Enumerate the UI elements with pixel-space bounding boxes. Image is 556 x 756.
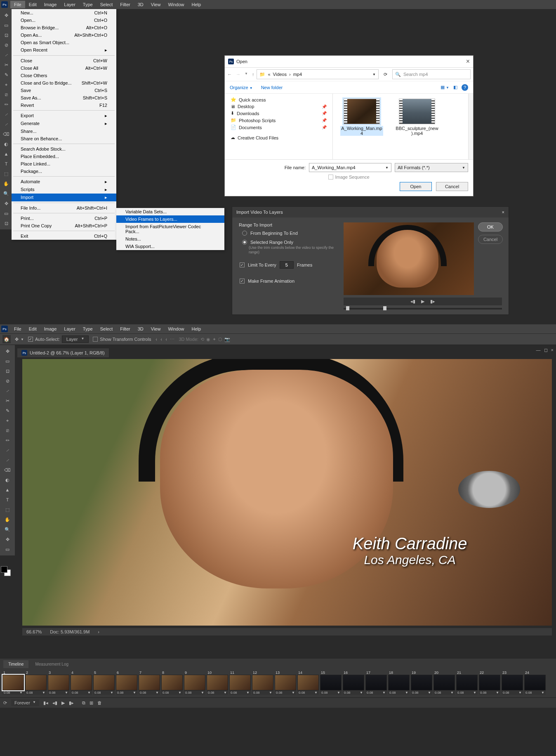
menu-image[interactable]: Image bbox=[40, 1, 61, 8]
ps-logo-icon: Ps bbox=[1, 1, 8, 8]
menu-view[interactable]: View bbox=[147, 1, 165, 8]
menu-help[interactable]: Help bbox=[188, 1, 205, 8]
menu-window[interactable]: Window bbox=[164, 1, 188, 8]
menubar-top: Ps FileEditImageLayerTypeSelectFilter3DV… bbox=[0, 0, 556, 9]
menu-type[interactable]: Type bbox=[79, 1, 97, 8]
menu-3d[interactable]: 3D bbox=[134, 1, 147, 8]
menu-layer[interactable]: Layer bbox=[60, 1, 79, 8]
menu-filter[interactable]: Filter bbox=[116, 1, 134, 8]
menu-edit[interactable]: Edit bbox=[25, 1, 40, 8]
menu-select[interactable]: Select bbox=[97, 1, 117, 8]
menu-file[interactable]: File bbox=[10, 1, 25, 8]
